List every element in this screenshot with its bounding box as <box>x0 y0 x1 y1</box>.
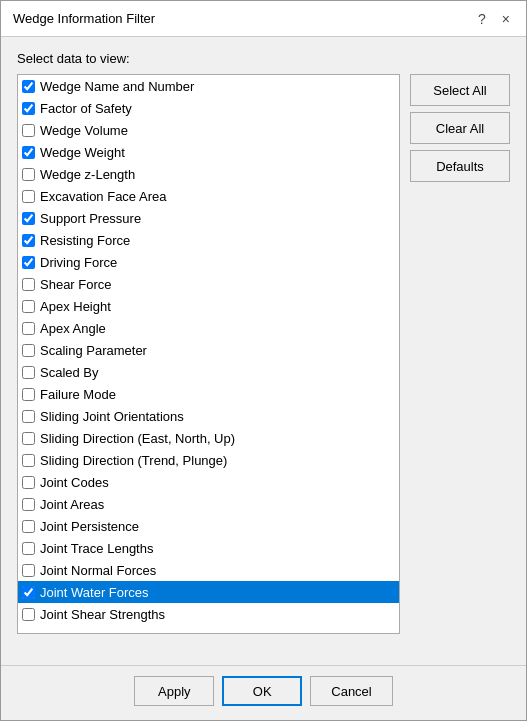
list-item-checkbox[interactable] <box>22 542 35 555</box>
list-item-label: Apex Angle <box>40 321 106 336</box>
content-area: Wedge Name and NumberFactor of SafetyWed… <box>17 74 510 655</box>
list-item[interactable]: Scaled By <box>18 361 399 383</box>
list-item-label: Wedge z-Length <box>40 167 135 182</box>
list-item-checkbox[interactable] <box>22 102 35 115</box>
list-item-label: Joint Normal Forces <box>40 563 156 578</box>
side-buttons: Select All Clear All Defaults <box>410 74 510 655</box>
list-item[interactable]: Driving Force <box>18 251 399 273</box>
list-item-checkbox[interactable] <box>22 366 35 379</box>
list-item-checkbox[interactable] <box>22 190 35 203</box>
list-item[interactable]: Joint Water Forces <box>18 581 399 603</box>
list-item[interactable]: Apex Angle <box>18 317 399 339</box>
list-item[interactable]: Wedge Weight <box>18 141 399 163</box>
list-item[interactable]: Failure Mode <box>18 383 399 405</box>
clear-all-button[interactable]: Clear All <box>410 112 510 144</box>
list-item[interactable]: Shear Force <box>18 273 399 295</box>
list-item[interactable]: Support Pressure <box>18 207 399 229</box>
ok-button[interactable]: OK <box>222 676 302 706</box>
help-button[interactable]: ? <box>474 11 490 27</box>
list-item[interactable]: Joint Trace Lengths <box>18 537 399 559</box>
list-item-label: Shear Force <box>40 277 112 292</box>
list-item-checkbox[interactable] <box>22 80 35 93</box>
list-item[interactable]: Resisting Force <box>18 229 399 251</box>
bottom-bar: Apply OK Cancel <box>1 665 526 720</box>
list-item-checkbox[interactable] <box>22 168 35 181</box>
cancel-button[interactable]: Cancel <box>310 676 392 706</box>
list-item-label: Wedge Name and Number <box>40 79 194 94</box>
list-item-label: Joint Trace Lengths <box>40 541 153 556</box>
list-item-checkbox[interactable] <box>22 256 35 269</box>
title-bar: Wedge Information Filter ? × <box>1 1 526 37</box>
list-item-checkbox[interactable] <box>22 278 35 291</box>
list-item[interactable]: Joint Codes <box>18 471 399 493</box>
list-item[interactable]: Joint Areas <box>18 493 399 515</box>
list-item[interactable]: Sliding Joint Orientations <box>18 405 399 427</box>
list-item-checkbox[interactable] <box>22 476 35 489</box>
list-item-checkbox[interactable] <box>22 146 35 159</box>
list-item-label: Joint Codes <box>40 475 109 490</box>
list-item-checkbox[interactable] <box>22 410 35 423</box>
list-item-label: Scaling Parameter <box>40 343 147 358</box>
list-item-label: Wedge Volume <box>40 123 128 138</box>
list-item-label: Sliding Direction (Trend, Plunge) <box>40 453 227 468</box>
list-item-label: Joint Water Forces <box>40 585 149 600</box>
list-item-label: Support Pressure <box>40 211 141 226</box>
list-item[interactable]: Sliding Direction (Trend, Plunge) <box>18 449 399 471</box>
list-item-label: Driving Force <box>40 255 117 270</box>
list-item-checkbox[interactable] <box>22 300 35 313</box>
list-item-checkbox[interactable] <box>22 520 35 533</box>
list-item-label: Wedge Weight <box>40 145 125 160</box>
list-item-label: Apex Height <box>40 299 111 314</box>
list-item-label: Resisting Force <box>40 233 130 248</box>
list-item-label: Sliding Direction (East, North, Up) <box>40 431 235 446</box>
list-item-checkbox[interactable] <box>22 124 35 137</box>
list-item-checkbox[interactable] <box>22 498 35 511</box>
list-item[interactable]: Apex Height <box>18 295 399 317</box>
list-item-label: Excavation Face Area <box>40 189 166 204</box>
list-item[interactable]: Sliding Direction (East, North, Up) <box>18 427 399 449</box>
list-item-checkbox[interactable] <box>22 388 35 401</box>
list-item-label: Joint Persistence <box>40 519 139 534</box>
list-item-checkbox[interactable] <box>22 608 35 621</box>
dialog-title: Wedge Information Filter <box>13 11 155 26</box>
list-item[interactable]: Excavation Face Area <box>18 185 399 207</box>
list-item[interactable]: Wedge Volume <box>18 119 399 141</box>
list-item-label: Scaled By <box>40 365 99 380</box>
list-item[interactable]: Joint Shear Strengths <box>18 603 399 625</box>
list-item[interactable]: Scaling Parameter <box>18 339 399 361</box>
list-item-label: Failure Mode <box>40 387 116 402</box>
list-item-checkbox[interactable] <box>22 212 35 225</box>
list-item[interactable]: Factor of Safety <box>18 97 399 119</box>
wedge-information-filter-dialog: Wedge Information Filter ? × Select data… <box>0 0 527 721</box>
list-item-checkbox[interactable] <box>22 344 35 357</box>
list-item-checkbox[interactable] <box>22 586 35 599</box>
list-item[interactable]: Joint Normal Forces <box>18 559 399 581</box>
select-label: Select data to view: <box>17 51 510 66</box>
title-controls: ? × <box>474 11 514 27</box>
apply-button[interactable]: Apply <box>134 676 214 706</box>
list-item-label: Factor of Safety <box>40 101 132 116</box>
list-item-label: Joint Areas <box>40 497 104 512</box>
list-item-checkbox[interactable] <box>22 454 35 467</box>
defaults-button[interactable]: Defaults <box>410 150 510 182</box>
close-button[interactable]: × <box>498 11 514 27</box>
list-item-label: Joint Shear Strengths <box>40 607 165 622</box>
select-all-button[interactable]: Select All <box>410 74 510 106</box>
list-item-checkbox[interactable] <box>22 564 35 577</box>
items-list[interactable]: Wedge Name and NumberFactor of SafetyWed… <box>17 74 400 634</box>
list-item[interactable]: Wedge z-Length <box>18 163 399 185</box>
list-item[interactable]: Joint Persistence <box>18 515 399 537</box>
list-item-checkbox[interactable] <box>22 432 35 445</box>
list-item-checkbox[interactable] <box>22 234 35 247</box>
list-item[interactable]: Wedge Name and Number <box>18 75 399 97</box>
dialog-body: Select data to view: Wedge Name and Numb… <box>1 37 526 665</box>
list-item-label: Sliding Joint Orientations <box>40 409 184 424</box>
list-item-checkbox[interactable] <box>22 322 35 335</box>
